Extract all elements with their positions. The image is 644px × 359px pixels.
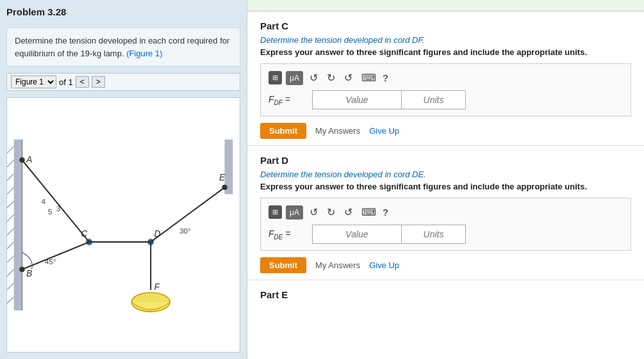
part-c-my-answers: My Answers (315, 126, 360, 136)
figure-nav: Figure 1 of 1 < > (6, 73, 240, 91)
part-c-toolbar: ⊞ μA ↺ ↻ ↺ ⌨ ? (268, 70, 623, 85)
part-c-label: Part C (260, 20, 631, 31)
of-label: of 1 (59, 77, 73, 87)
redo-button-c[interactable]: ↻ (324, 70, 338, 85)
keyboard-button-d[interactable]: ⌨ (359, 205, 379, 219)
redo-button-d[interactable]: ↻ (324, 205, 338, 219)
svg-line-11 (7, 269, 14, 276)
part-c-units-input[interactable] (402, 90, 466, 109)
part-d-label: Part D (260, 155, 631, 166)
figure-svg: A B C D E 4 5 3 45° (7, 98, 240, 352)
part-d-submit-button[interactable]: Submit (260, 257, 306, 273)
svg-line-10 (7, 256, 14, 263)
problem-description: Determine the tension developed in each … (6, 28, 240, 67)
part-c-instruction: Express your answer to three significant… (260, 47, 631, 57)
svg-line-9 (7, 242, 14, 249)
part-d-answer-box: ⊞ μA ↺ ↻ ↺ ⌨ ? FDE = (260, 198, 631, 251)
svg-rect-0 (14, 140, 22, 310)
part-c-equation-label: FDF = (268, 94, 307, 106)
svg-text:5: 5 (48, 207, 53, 216)
part-c-input-row: FDF = (268, 90, 623, 109)
part-d-equation-label: FDE = (268, 228, 307, 241)
svg-text:A: A (26, 154, 32, 164)
problem-title: Problem 3.28 (6, 6, 240, 17)
mu-icon-d: μA (290, 208, 299, 217)
next-figure-button[interactable]: > (92, 76, 105, 88)
figure-select[interactable]: Figure 1 (11, 76, 56, 88)
undo-button-c[interactable]: ↺ (307, 70, 320, 85)
svg-line-6 (7, 201, 14, 208)
svg-line-8 (7, 228, 14, 235)
part-d-section: Part D Determine the tension developed i… (247, 146, 644, 280)
part-d-toolbar: ⊞ μA ↺ ↻ ↺ ⌨ ? (268, 205, 623, 219)
svg-line-4 (7, 173, 14, 180)
part-c-submit-row: Submit My Answers Give Up (260, 123, 631, 139)
svg-line-13 (7, 297, 14, 304)
help-button-d[interactable]: ? (383, 207, 388, 218)
part-c-submit-button[interactable]: Submit (260, 123, 306, 139)
part-d-subtitle: Determine the tension developed in cord … (260, 170, 631, 179)
svg-text:F: F (154, 282, 161, 292)
svg-line-3 (7, 160, 14, 167)
part-c-value-input[interactable] (312, 90, 402, 109)
part-d-units-input[interactable] (402, 225, 466, 244)
svg-line-7 (7, 214, 14, 221)
part-d-my-answers: My Answers (315, 260, 360, 270)
svg-text:45°: 45° (45, 257, 56, 266)
part-e-label: Part E (260, 289, 631, 300)
right-panel: Part C Determine the tension developed i… (247, 0, 644, 359)
svg-line-5 (7, 187, 14, 195)
mu-button-d[interactable]: μA (286, 205, 303, 219)
undo-button-d[interactable]: ↺ (307, 205, 320, 219)
svg-text:B: B (26, 268, 32, 278)
grid-button-c[interactable]: ⊞ (268, 71, 282, 84)
grid-icon-d: ⊞ (272, 208, 278, 216)
refresh-button-c[interactable]: ↺ (342, 70, 355, 85)
svg-text:3: 3 (56, 204, 61, 212)
part-d-submit-row: Submit My Answers Give Up (260, 257, 631, 273)
part-d-input-row: FDE = (268, 225, 623, 244)
svg-text:4: 4 (41, 197, 45, 205)
svg-line-2 (7, 147, 14, 154)
part-e-section: Part E (247, 280, 644, 310)
mu-button-c[interactable]: μA (286, 71, 303, 85)
refresh-button-d[interactable]: ↺ (342, 205, 355, 219)
keyboard-button-c[interactable]: ⌨ (359, 70, 379, 85)
svg-text:30°: 30° (179, 227, 191, 235)
part-c-subtitle: Determine the tension developed in cord … (260, 35, 631, 45)
part-d-instruction: Express your answer to three significant… (260, 182, 631, 191)
mu-icon-c: μA (290, 74, 299, 83)
top-bar (247, 0, 644, 12)
svg-line-12 (7, 283, 14, 290)
help-button-c[interactable]: ? (383, 72, 388, 83)
grid-button-d[interactable]: ⊞ (268, 205, 282, 219)
part-d-value-input[interactable] (312, 225, 402, 244)
part-c-section: Part C Determine the tension developed i… (247, 12, 644, 146)
figure-box: A B C D E 4 5 3 45° (6, 97, 240, 353)
part-d-give-up-link[interactable]: Give Up (369, 260, 399, 270)
prev-figure-button[interactable]: < (76, 76, 89, 88)
part-c-give-up-link[interactable]: Give Up (369, 126, 399, 136)
grid-icon-c: ⊞ (272, 74, 278, 82)
svg-text:E: E (219, 172, 226, 182)
svg-line-25 (22, 160, 89, 242)
left-panel: Problem 3.28 Determine the tension devel… (0, 0, 247, 359)
figure-link[interactable]: (Figure 1) (126, 49, 162, 58)
part-c-answer-box: ⊞ μA ↺ ↻ ↺ ⌨ ? FDF = (260, 63, 631, 116)
